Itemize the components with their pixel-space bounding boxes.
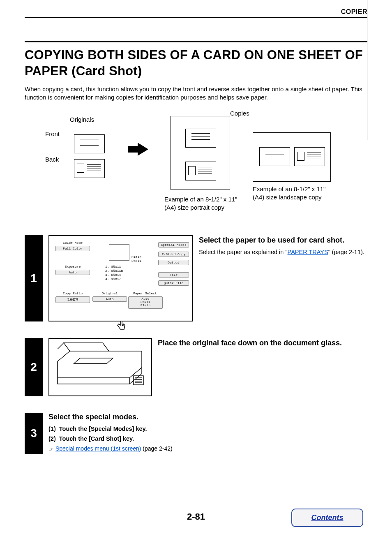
step3-substep-2: (2) Touch the [Card Shot] key.	[48, 435, 367, 442]
step-number: 2	[25, 338, 43, 396]
panel-file: File	[158, 272, 189, 278]
panel-quick-file: Quick File	[158, 280, 189, 286]
step-2: 2 Place	[25, 338, 367, 396]
step-1: 1 Color Mode Full Color Exposure Auto Co…	[25, 235, 367, 321]
originals-label: Originals	[70, 116, 94, 123]
front-label: Front	[45, 130, 60, 137]
special-modes-link[interactable]: Special modes menu (1st screen)	[55, 445, 141, 452]
page-title: COPYING BOTH SIDES OF A CARD ON ONE SHEE…	[25, 41, 367, 79]
side-tab	[367, 0, 392, 140]
step-number: 3	[25, 413, 43, 454]
step2-title: Place the original face down on the docu…	[158, 339, 367, 347]
header-bar: COPIER	[25, 8, 367, 18]
portrait-copy-icon	[171, 116, 230, 190]
step3-reference: ☞ Special modes menu (1st screen) (page …	[48, 445, 367, 452]
panel-2sided: 2-Sided Copy	[158, 252, 189, 257]
card-back-icon	[74, 159, 105, 178]
scanner-glass-icon	[49, 338, 152, 396]
copier-panel-screenshot: Color Mode Full Color Exposure Auto Copy…	[49, 236, 193, 321]
contents-button[interactable]: Contents	[291, 509, 363, 527]
panel-exposure-auto: Auto	[55, 270, 90, 275]
pointer-icon: ☞	[48, 446, 54, 452]
printer-icon	[109, 244, 129, 261]
intro-text: When copying a card, this function allow…	[25, 85, 367, 102]
panel-full-color: Full Color	[55, 246, 90, 251]
panel-output: Output	[158, 260, 189, 265]
section-label: COPIER	[25, 8, 367, 16]
step3-substep-1: (1) Touch the [Special Modes] key.	[48, 426, 367, 432]
paper-trays-link[interactable]: PAPER TRAYS	[288, 249, 328, 255]
svg-rect-0	[134, 376, 143, 385]
card-shot-illustration: Originals Front Back Example of an 8-1/2…	[25, 112, 367, 219]
landscape-caption: Example of an 8-1/2" x 11" (A4) size lan…	[253, 185, 335, 201]
card-front-icon	[74, 134, 105, 153]
arrow-icon	[138, 143, 148, 156]
step-number: 1	[25, 235, 43, 321]
panel-original-auto: Auto	[92, 296, 127, 302]
step1-title: Select the paper to be used for card sho…	[199, 236, 367, 245]
panel-special-modes: Special Modes	[158, 242, 189, 247]
copies-label: Copies	[230, 110, 249, 117]
portrait-caption: Example of an 8-1/2" x 11" (A4) size por…	[164, 195, 240, 211]
landscape-copy-icon	[253, 132, 331, 182]
panel-paper-select: Auto 8½x11 Plain	[128, 296, 163, 309]
step-3: 3 Select the special modes. (1) Touch th…	[25, 413, 367, 454]
step1-text: Select the paper as explained in "PAPER …	[199, 248, 367, 256]
step3-title: Select the special modes.	[48, 413, 367, 421]
touch-hand-icon	[115, 320, 127, 333]
panel-copy-ratio: 100%	[55, 296, 90, 303]
back-label: Back	[45, 156, 59, 163]
